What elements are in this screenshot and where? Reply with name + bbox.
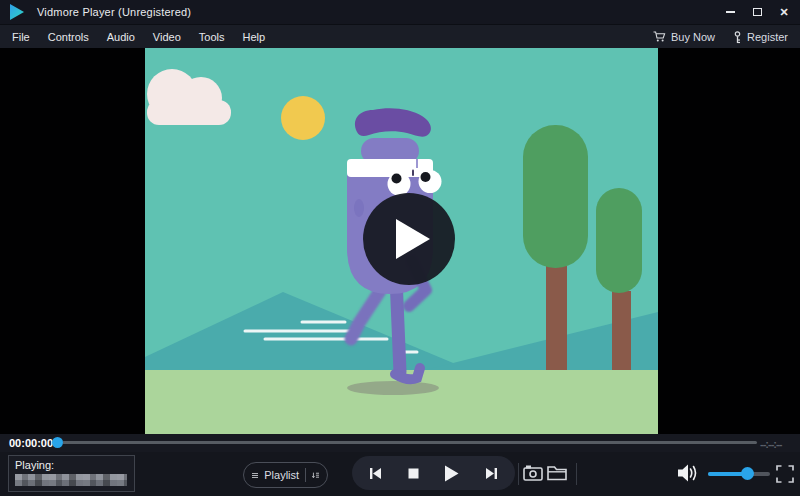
play-button[interactable] <box>444 465 459 482</box>
vidmore-logo-icon <box>8 3 26 21</box>
scene-shadow <box>347 381 439 395</box>
menu-file[interactable]: File <box>6 31 36 43</box>
scene-sun <box>281 96 325 140</box>
video-frame[interactable] <box>145 48 658 434</box>
next-icon <box>485 467 498 480</box>
video-stage <box>0 48 800 437</box>
character-headband <box>347 159 433 177</box>
seek-thumb[interactable] <box>52 437 63 448</box>
playing-filename-censored <box>15 474 127 486</box>
buy-now-label: Buy Now <box>671 31 715 43</box>
playing-label: Playing: <box>15 459 128 471</box>
snapshot-button[interactable] <box>523 465 543 483</box>
separator <box>576 463 577 485</box>
playlist-divider <box>305 468 306 482</box>
register-button[interactable]: Register <box>733 31 788 44</box>
close-button[interactable]: ✕ <box>778 6 790 18</box>
close-icon: ✕ <box>779 7 788 18</box>
separator <box>518 463 519 485</box>
buy-now-button[interactable]: Buy Now <box>653 31 715 43</box>
play-overlay-button[interactable] <box>363 193 455 285</box>
menu-tools[interactable]: Tools <box>193 31 231 43</box>
minimize-icon <box>726 11 735 13</box>
playlist-button[interactable]: Playlist <box>243 462 328 488</box>
open-file-button[interactable] <box>547 466 567 483</box>
total-time: --:--:-- <box>760 438 781 450</box>
maximize-icon <box>753 8 762 16</box>
mute-button[interactable] <box>677 463 699 485</box>
camera-icon <box>523 465 543 481</box>
cart-icon <box>653 31 666 43</box>
playing-info-box: Playing: <box>8 455 135 492</box>
control-bar: Playing: Playlist <box>0 452 800 496</box>
fullscreen-button[interactable] <box>776 465 794 485</box>
key-icon <box>733 31 742 44</box>
stop-icon <box>408 468 419 479</box>
title-bar: Vidmore Player (Unregistered) ✕ <box>0 0 800 24</box>
seek-track[interactable] <box>62 441 757 444</box>
menu-controls[interactable]: Controls <box>42 31 95 43</box>
speaker-icon <box>677 463 699 483</box>
menu-audio[interactable]: Audio <box>101 31 141 43</box>
playlist-label: Playlist <box>264 469 299 481</box>
volume-slider[interactable] <box>708 472 770 476</box>
current-time: 00:00:00 <box>9 437 53 449</box>
play-icon <box>444 465 459 482</box>
minimize-button[interactable] <box>724 6 736 18</box>
register-label: Register <box>747 31 788 43</box>
playlist-icon <box>252 471 258 480</box>
stop-button[interactable] <box>408 468 419 479</box>
play-order-icon[interactable] <box>312 470 319 481</box>
menu-video[interactable]: Video <box>147 31 187 43</box>
next-button[interactable] <box>485 467 498 480</box>
player-window: Vidmore Player (Unregistered) ✕ File Con… <box>0 0 800 496</box>
volume-thumb[interactable] <box>741 467 754 480</box>
window-title: Vidmore Player (Unregistered) <box>37 6 191 18</box>
maximize-button[interactable] <box>751 6 763 18</box>
seek-bar-row: 00:00:00 --:--:-- <box>0 434 800 452</box>
previous-icon <box>369 467 382 480</box>
menu-help[interactable]: Help <box>236 31 271 43</box>
menu-bar: File Controls Audio Video Tools Help Buy… <box>0 24 800 48</box>
transport-controls <box>352 456 515 490</box>
folder-icon <box>547 466 567 481</box>
previous-button[interactable] <box>369 467 382 480</box>
fullscreen-icon <box>776 465 794 483</box>
